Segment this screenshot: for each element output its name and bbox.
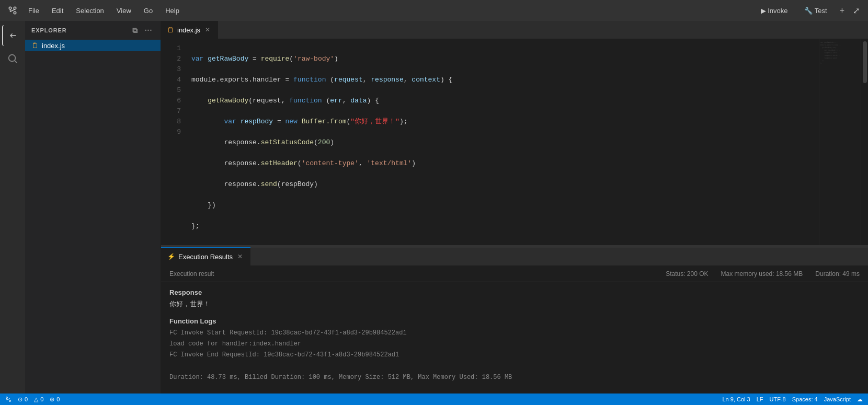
indentation[interactable]: Spaces: 4 (792, 396, 818, 402)
source-control-icon[interactable] (4, 2, 21, 19)
explorer-icon[interactable] (2, 25, 23, 46)
execution-content: Execution result Status: 200 OK Max memo… (161, 266, 868, 394)
file-name: index.js (42, 42, 65, 50)
svg-line-6 (15, 61, 17, 63)
file-item-indexjs[interactable]: 🗒 index.js (25, 40, 161, 51)
sidebar: EXPLORER ⧉ ··· 🗒 index.js (25, 21, 161, 394)
execution-result-label: Execution result (169, 270, 214, 277)
tab-label: index.js (177, 26, 200, 34)
execution-results-tab[interactable]: ⚡ Execution Results ✕ (161, 247, 250, 265)
encoding[interactable]: UTF-8 (770, 396, 786, 402)
status-bar-right: Ln 9, Col 3 LF UTF-8 Spaces: 4 JavaScrip… (723, 396, 863, 403)
execution-body: Response 你好，世界！ Function Logs FC Invoke … (161, 282, 868, 390)
vertical-scrollbar[interactable] (861, 39, 868, 245)
editor-area: 🗒 index.js ✕ 1 2 3 4 5 6 7 8 9 (161, 21, 868, 394)
execution-tab-label: Execution Results (178, 253, 233, 261)
error-count: 0 (25, 396, 28, 402)
search-icon[interactable] (2, 48, 23, 69)
warning-count: 0 (40, 396, 43, 402)
log-line-2: load code for handler:index.handler (169, 339, 860, 349)
svg-line-4 (10, 9, 15, 12)
tab-file-icon: 🗒 (167, 26, 174, 34)
execution-meta: Execution result Status: 200 OK Max memo… (161, 266, 868, 282)
sidebar-header-actions: ⧉ ··· (129, 25, 154, 36)
line-numbers: 1 2 3 4 5 6 7 8 9 (161, 39, 187, 245)
svg-point-7 (6, 397, 8, 399)
test-button[interactable]: 🔧 Test (800, 5, 831, 17)
execution-icon: ⚡ (167, 253, 175, 260)
response-text: 你好，世界！ (169, 299, 860, 309)
status-bar-left: ⊙ 0 △ 0 ⊗ 0 (5, 396, 60, 403)
execution-tab-close[interactable]: ✕ (236, 252, 244, 261)
memory-label: Max memory used: 18.56 MB (721, 270, 803, 277)
menu-help[interactable]: Help (160, 5, 185, 17)
errors-item[interactable]: ⊙ 0 (18, 396, 28, 403)
info-icon: ⊗ (50, 396, 54, 403)
svg-line-10 (7, 399, 10, 400)
tab-close-button[interactable]: ✕ (203, 26, 212, 34)
minimap: var getRawBody =... module.exports.hand.… (819, 39, 861, 245)
new-file-icon[interactable]: ⧉ (129, 25, 141, 36)
log-line-5: Duration: 48.73 ms, Billed Duration: 100… (169, 373, 860, 383)
menu-view[interactable]: View (111, 5, 136, 17)
cloud-icon[interactable]: ☁ (857, 396, 863, 403)
svg-point-1 (14, 11, 16, 14)
expand-icon[interactable]: ⤢ (853, 6, 860, 16)
warnings-item[interactable]: △ 0 (34, 396, 43, 403)
js-file-icon: 🗒 (31, 41, 39, 50)
svg-point-5 (9, 55, 16, 62)
response-title: Response (169, 288, 860, 296)
warning-icon: △ (34, 396, 38, 403)
menu-selection[interactable]: Selection (71, 5, 109, 17)
svg-point-0 (9, 7, 12, 9)
info-count: 0 (56, 396, 60, 402)
git-branch-item[interactable] (5, 396, 12, 402)
function-logs-title: Function Logs (169, 317, 860, 325)
cursor-position[interactable]: Ln 9, Col 3 (723, 396, 750, 402)
menu-bar-right: ▶ Invoke 🔧 Test + ⤢ (757, 5, 860, 17)
language-mode[interactable]: JavaScript (824, 396, 851, 402)
log-line-4 (169, 362, 860, 372)
execution-meta-right: Status: 200 OK Max memory used: 18.56 MB… (666, 270, 860, 277)
more-actions-icon[interactable]: ··· (143, 25, 154, 36)
line-ending[interactable]: LF (757, 396, 763, 402)
menu-bar: File Edit Selection View Go Help ▶ Invok… (0, 0, 868, 21)
menu-go[interactable]: Go (139, 5, 158, 17)
code-content[interactable]: var getRawBody = require('raw-body') mod… (187, 39, 819, 245)
svg-point-2 (14, 7, 16, 9)
panel-tab-bar: ⚡ Execution Results ✕ (161, 248, 868, 266)
sidebar-title: EXPLORER (31, 27, 67, 33)
duration-label: Duration: 49 ms (815, 270, 860, 277)
svg-point-8 (9, 400, 11, 402)
menu-edit[interactable]: Edit (47, 5, 68, 17)
error-icon: ⊙ (18, 396, 22, 403)
invoke-button[interactable]: ▶ Invoke (757, 5, 792, 17)
main-layout: EXPLORER ⧉ ··· 🗒 index.js 🗒 index.js ✕ (0, 21, 868, 394)
function-logs: FC Invoke Start RequestId: 19c38cac-bd72… (169, 328, 860, 383)
add-icon[interactable]: + (840, 6, 844, 15)
info-item[interactable]: ⊗ 0 (50, 396, 60, 403)
log-line-1: FC Invoke Start RequestId: 19c38cac-bd72… (169, 328, 860, 338)
tab-indexjs[interactable]: 🗒 index.js ✕ (161, 21, 219, 39)
status-bar: ⊙ 0 △ 0 ⊗ 0 Ln 9, Col 3 LF UTF-8 Spaces:… (0, 394, 868, 405)
menu-file[interactable]: File (23, 5, 44, 17)
activity-bar (0, 21, 25, 394)
bottom-panel: ⚡ Execution Results ✕ Execution result S… (161, 247, 868, 394)
menu-bar-left: File Edit Selection View Go Help (4, 2, 185, 19)
sidebar-header: EXPLORER ⧉ ··· (25, 21, 161, 40)
status-label: Status: 200 OK (666, 270, 708, 277)
log-line-3: FC Invoke End RequestId: 19c38cac-bd72-4… (169, 350, 860, 360)
tab-bar: 🗒 index.js ✕ (161, 21, 868, 39)
code-editor[interactable]: 1 2 3 4 5 6 7 8 9 var getRawBody = requi… (161, 39, 868, 245)
